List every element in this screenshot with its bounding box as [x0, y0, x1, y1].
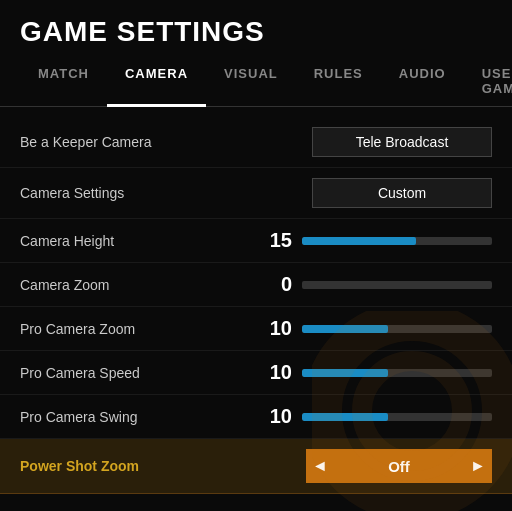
setting-label-pro-camera-zoom: Pro Camera Zoom	[20, 321, 240, 337]
tab-match[interactable]: MATCH	[20, 58, 107, 107]
setting-label-camera-zoom: Camera Zoom	[20, 277, 240, 293]
tab-rules[interactable]: RULES	[296, 58, 381, 107]
setting-row-power-shot-zoom: Power Shot Zoom◄Off►	[0, 439, 512, 494]
page-title: GAME SETTINGS	[0, 0, 512, 58]
toggle-value-power-shot-zoom: Off	[334, 449, 464, 483]
slider-track-camera-height[interactable]	[302, 237, 492, 245]
slider-track-camera-zoom[interactable]	[302, 281, 492, 289]
slider-track-pro-camera-swing[interactable]	[302, 413, 492, 421]
setting-label-be-a-keeper-camera: Be a Keeper Camera	[20, 134, 240, 150]
setting-row-pro-camera-zoom: Pro Camera Zoom10	[0, 307, 512, 351]
setting-row-camera-settings: Camera SettingsCustom	[0, 168, 512, 219]
setting-value-pro-camera-speed: 10	[240, 361, 492, 384]
tab-audio[interactable]: AUDIO	[381, 58, 464, 107]
dropdown-camera-settings[interactable]: Custom	[312, 178, 492, 208]
setting-value-pro-camera-zoom: 10	[240, 317, 492, 340]
setting-row-camera-zoom: Camera Zoom0	[0, 263, 512, 307]
slider-fill-pro-camera-swing	[302, 413, 388, 421]
setting-row-pro-camera-swing: Pro Camera Swing10	[0, 395, 512, 439]
slider-container-camera-zoom: 0	[264, 273, 492, 296]
setting-label-pro-camera-speed: Pro Camera Speed	[20, 365, 240, 381]
setting-value-camera-zoom: 0	[240, 273, 492, 296]
slider-fill-camera-height	[302, 237, 416, 245]
slider-number-camera-height: 15	[264, 229, 292, 252]
slider-fill-pro-camera-speed	[302, 369, 388, 377]
slider-number-pro-camera-swing: 10	[264, 405, 292, 428]
tab-visual[interactable]: VISUAL	[206, 58, 296, 107]
slider-container-pro-camera-speed: 10	[264, 361, 492, 384]
setting-value-pro-camera-swing: 10	[240, 405, 492, 428]
toggle-left-arrow-power-shot-zoom[interactable]: ◄	[306, 449, 334, 483]
setting-row-camera-height: Camera Height15	[0, 219, 512, 263]
slider-number-pro-camera-speed: 10	[264, 361, 292, 384]
setting-value-camera-settings: Custom	[240, 178, 492, 208]
setting-value-be-a-keeper-camera: Tele Broadcast	[240, 127, 492, 157]
tabs-bar: MATCHCAMERAVISUALRULESAUDIOUSER GAMEP	[0, 58, 512, 107]
slider-track-pro-camera-speed[interactable]	[302, 369, 492, 377]
setting-value-power-shot-zoom: ◄Off►	[240, 449, 492, 483]
setting-label-pro-camera-swing: Pro Camera Swing	[20, 409, 240, 425]
slider-number-camera-zoom: 0	[264, 273, 292, 296]
slider-track-pro-camera-zoom[interactable]	[302, 325, 492, 333]
setting-value-camera-height: 15	[240, 229, 492, 252]
toggle-power-shot-zoom: ◄Off►	[306, 449, 492, 483]
slider-container-pro-camera-zoom: 10	[264, 317, 492, 340]
toggle-right-arrow-power-shot-zoom[interactable]: ►	[464, 449, 492, 483]
dropdown-be-a-keeper-camera[interactable]: Tele Broadcast	[312, 127, 492, 157]
setting-label-power-shot-zoom: Power Shot Zoom	[20, 458, 240, 474]
setting-label-camera-height: Camera Height	[20, 233, 240, 249]
setting-label-camera-settings: Camera Settings	[20, 185, 240, 201]
slider-number-pro-camera-zoom: 10	[264, 317, 292, 340]
tab-camera[interactable]: CAMERA	[107, 58, 206, 107]
slider-fill-pro-camera-zoom	[302, 325, 388, 333]
setting-row-be-a-keeper-camera: Be a Keeper CameraTele Broadcast	[0, 117, 512, 168]
setting-row-pro-camera-speed: Pro Camera Speed10	[0, 351, 512, 395]
slider-container-camera-height: 15	[264, 229, 492, 252]
slider-container-pro-camera-swing: 10	[264, 405, 492, 428]
tab-user-gamep[interactable]: USER GAMEP	[464, 58, 512, 107]
settings-content: Be a Keeper CameraTele BroadcastCamera S…	[0, 107, 512, 504]
